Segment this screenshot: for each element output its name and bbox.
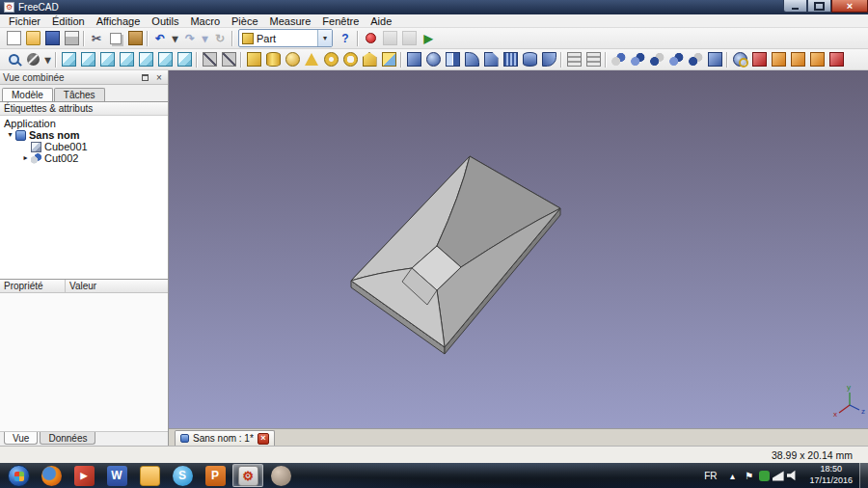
value-column-header[interactable]: Valeur: [66, 280, 168, 292]
redo-button[interactable]: ↷: [180, 29, 200, 48]
explode-button[interactable]: [827, 50, 846, 69]
revolve-button[interactable]: [423, 50, 443, 69]
menu-aide[interactable]: Aide: [365, 14, 397, 28]
macro-stop-button[interactable]: [399, 29, 419, 48]
undo-dropdown-button[interactable]: ▾: [170, 29, 180, 48]
workbench-selector[interactable]: Part▾: [238, 29, 333, 47]
boolean-button[interactable]: [628, 50, 647, 69]
sweep-button[interactable]: [539, 50, 558, 69]
close-panel-button[interactable]: ×: [153, 71, 165, 83]
shape-builder-button[interactable]: [379, 50, 398, 69]
macro-execute-button[interactable]: ▶: [419, 29, 438, 48]
cut-button[interactable]: ✂: [87, 29, 106, 48]
split-button[interactable]: [807, 50, 827, 69]
thickness-button[interactable]: [583, 50, 603, 69]
cut-boolean-button[interactable]: [647, 50, 666, 69]
check-geometry-button[interactable]: [730, 50, 749, 69]
open-file-button[interactable]: [23, 29, 42, 48]
network-icon[interactable]: [773, 471, 784, 481]
maximize-button[interactable]: [807, 0, 831, 13]
refresh-button[interactable]: ↻: [210, 29, 230, 48]
measure-linear-button[interactable]: [200, 50, 219, 69]
new-file-button[interactable]: [4, 29, 23, 48]
menu-macro[interactable]: Macro: [184, 14, 226, 28]
top-view-button[interactable]: [97, 50, 117, 69]
minimize-button[interactable]: [783, 0, 807, 13]
taskbar-skype-button[interactable]: S: [167, 464, 198, 487]
start-button[interactable]: [3, 464, 34, 487]
menu-fenetre[interactable]: Fenêtre: [316, 14, 365, 28]
taskbar-powerpoint-button[interactable]: P: [200, 464, 231, 487]
bottom-view-button[interactable]: [155, 50, 175, 69]
tab-modele[interactable]: Modèle: [2, 88, 53, 101]
menu-affichage[interactable]: Affichage: [91, 14, 147, 28]
taskbar-explorer-button[interactable]: [134, 464, 165, 487]
create-primitives-button[interactable]: [360, 50, 379, 69]
taskbar-gimp-button[interactable]: [265, 464, 296, 487]
tab-donnees[interactable]: Données: [40, 432, 95, 445]
extrude-button[interactable]: [404, 50, 423, 69]
save-button[interactable]: [42, 29, 62, 48]
copy-button[interactable]: [106, 29, 125, 48]
tree-item-document[interactable]: Sans nom: [0, 129, 168, 141]
intersection-button[interactable]: [686, 50, 705, 69]
tree-item-application[interactable]: Application: [0, 118, 168, 129]
tree-item-cube001[interactable]: Cube001: [0, 141, 168, 152]
tab-vue[interactable]: Vue: [4, 432, 38, 445]
security-icon[interactable]: [759, 471, 770, 481]
paste-button[interactable]: [125, 29, 145, 48]
compound-button[interactable]: [609, 50, 628, 69]
expand-arrow-icon[interactable]: [6, 129, 14, 141]
tab-taches[interactable]: Tâches: [54, 88, 105, 101]
fillet-button[interactable]: [462, 50, 481, 69]
cylinder-button[interactable]: [263, 50, 283, 69]
viewport-3d[interactable]: y x z: [169, 70, 868, 428]
model-tree[interactable]: Application Sans nom Cube001 Cut0: [0, 116, 168, 279]
taskbar-media-player-button[interactable]: ▶: [68, 464, 99, 487]
draw-style-dropdown-button[interactable]: ▾: [42, 50, 53, 69]
attachment-button[interactable]: [788, 50, 807, 69]
ruled-surface-button[interactable]: [501, 50, 520, 69]
taskbar-freecad-button[interactable]: ⚙: [232, 464, 263, 487]
hidden-icons-icon[interactable]: ▴: [726, 469, 740, 482]
whats-this-button[interactable]: ?: [336, 29, 355, 48]
menu-edition[interactable]: Édition: [46, 14, 91, 28]
close-button[interactable]: [831, 0, 868, 13]
language-indicator[interactable]: FR: [699, 471, 721, 481]
menu-outils[interactable]: Outils: [146, 14, 184, 28]
measure-refresh-button[interactable]: [219, 50, 238, 69]
3d-model-canvas[interactable]: y x z: [169, 70, 868, 428]
front-view-button[interactable]: [78, 50, 97, 69]
left-view-button[interactable]: [175, 50, 194, 69]
offset-button[interactable]: [564, 50, 583, 69]
property-editor[interactable]: [0, 293, 168, 431]
macro-edit-button[interactable]: [380, 29, 399, 48]
menu-piece[interactable]: Pièce: [226, 14, 264, 28]
menu-measure[interactable]: Measure: [264, 14, 317, 28]
section-button[interactable]: [705, 50, 724, 69]
close-tab-button[interactable]: [258, 433, 269, 445]
taskbar-word-button[interactable]: W: [101, 464, 132, 487]
loft-button[interactable]: [520, 50, 539, 69]
tree-item-cut002[interactable]: Cut002: [0, 152, 168, 164]
taskbar-clock[interactable]: 18:50 17/11/2016: [803, 464, 859, 486]
sphere-button[interactable]: [283, 50, 302, 69]
taskbar-firefox-button[interactable]: [36, 464, 67, 487]
print-button[interactable]: [62, 29, 81, 48]
menu-fichier[interactable]: Fichier: [3, 14, 46, 28]
fit-all-button[interactable]: [4, 50, 23, 69]
volume-icon[interactable]: [787, 470, 800, 481]
collapse-arrow-icon[interactable]: [21, 152, 30, 164]
chamfer-button[interactable]: [481, 50, 501, 69]
show-desktop-button[interactable]: [859, 463, 868, 488]
action-center-icon[interactable]: ⚑: [743, 469, 756, 482]
document-tab[interactable]: Sans nom : 1*: [175, 430, 275, 446]
defeaturing-button[interactable]: [749, 50, 769, 69]
tube-button[interactable]: [340, 50, 360, 69]
torus-button[interactable]: [321, 50, 340, 69]
draw-style-button[interactable]: [23, 50, 42, 69]
right-view-button[interactable]: [117, 50, 136, 69]
float-panel-button[interactable]: [139, 71, 150, 83]
undo-button[interactable]: ↶: [150, 29, 170, 48]
axonometric-view-button[interactable]: [59, 50, 78, 69]
